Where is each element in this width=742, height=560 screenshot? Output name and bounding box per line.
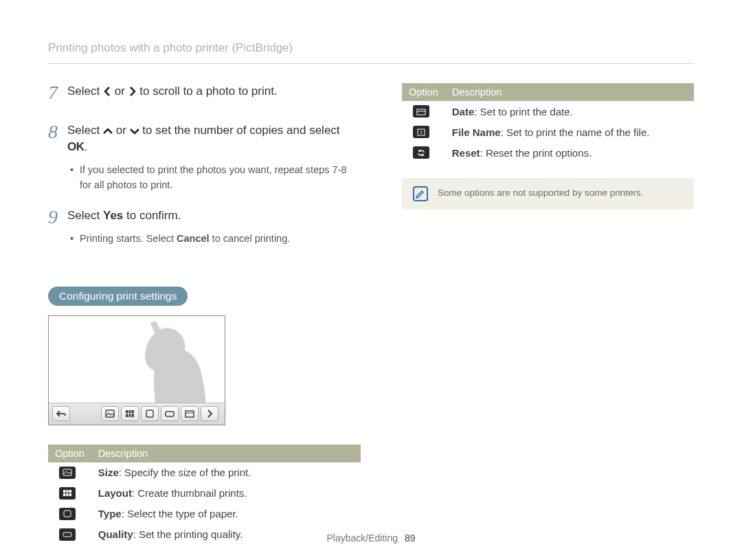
chevron-left-icon bbox=[103, 87, 111, 96]
layout-icon bbox=[59, 487, 76, 500]
quality-icon bbox=[165, 410, 175, 418]
svg-rect-6 bbox=[166, 412, 174, 416]
text: to confirm. bbox=[126, 209, 181, 222]
ok-icon: OK bbox=[67, 140, 85, 153]
text-bold: Yes bbox=[103, 209, 123, 222]
th-option: Option bbox=[48, 445, 91, 462]
chevron-right-icon bbox=[206, 410, 213, 418]
grid-icon bbox=[125, 410, 135, 418]
image-icon bbox=[105, 410, 115, 418]
text: Select bbox=[67, 124, 103, 137]
svg-rect-14 bbox=[64, 511, 71, 517]
page-number: 89 bbox=[405, 533, 416, 544]
text: or bbox=[115, 85, 128, 98]
back-button[interactable] bbox=[52, 406, 70, 421]
divider bbox=[48, 63, 694, 64]
page-footer: Playback/Editing 89 bbox=[0, 533, 742, 544]
left-column: 7 Select or to scroll to a photo to prin… bbox=[48, 83, 361, 545]
step-number: 9 bbox=[48, 208, 67, 246]
step-8-note: If you selected to print the photos you … bbox=[70, 163, 361, 193]
options-table-right: Option Description Date: Set to print th… bbox=[402, 83, 694, 163]
chevron-down-icon bbox=[130, 127, 139, 135]
content-columns: 7 Select or to scroll to a photo to prin… bbox=[48, 83, 694, 545]
right-column: Option Description Date: Set to print th… bbox=[402, 83, 694, 545]
screenshot-toolbar bbox=[49, 403, 225, 425]
table-row: Date: Set to print the date. bbox=[402, 101, 694, 122]
th-description: Description bbox=[91, 445, 361, 462]
svg-rect-7 bbox=[186, 411, 194, 417]
camera-screenshot bbox=[48, 315, 225, 425]
chevron-up-icon bbox=[103, 127, 113, 135]
next-button[interactable] bbox=[201, 406, 218, 421]
calendar-icon bbox=[185, 410, 194, 418]
layout-button[interactable] bbox=[121, 406, 139, 421]
note-box: Some options are not supported by some p… bbox=[402, 178, 694, 210]
svg-rect-5 bbox=[146, 410, 153, 417]
step-9: 9 Select Yes to confirm. Printing starts… bbox=[48, 208, 361, 246]
child-silhouette bbox=[115, 320, 218, 416]
step-number: 8 bbox=[48, 122, 67, 193]
table-row: Reset: Reset the print options. bbox=[402, 142, 694, 163]
reset-icon bbox=[413, 146, 429, 159]
text: to scroll to a photo to print. bbox=[139, 85, 277, 98]
size-button[interactable] bbox=[101, 406, 119, 421]
type-button[interactable] bbox=[141, 406, 159, 421]
table-row: T File Name: Set to print the name of th… bbox=[402, 122, 694, 142]
table-row: Size: Specify the size of the print. bbox=[48, 462, 361, 483]
footer-section: Playback/Editing bbox=[327, 533, 398, 544]
date-button[interactable] bbox=[181, 406, 199, 421]
type-icon bbox=[59, 508, 76, 520]
text: . bbox=[85, 140, 88, 153]
undo-icon bbox=[56, 410, 66, 418]
text: or bbox=[116, 124, 130, 137]
paper-icon bbox=[145, 410, 155, 418]
step-7: 7 Select or to scroll to a photo to prin… bbox=[48, 83, 361, 107]
date-icon bbox=[413, 105, 429, 117]
step-8: 8 Select or to set the number of copies … bbox=[48, 122, 361, 193]
svg-rect-16 bbox=[417, 109, 425, 115]
section-heading-pill: Configuring print settings bbox=[48, 287, 188, 306]
quality-button[interactable] bbox=[161, 406, 179, 421]
options-table-left: Option Description Size: Specify the siz… bbox=[48, 445, 361, 545]
th-description: Description bbox=[445, 83, 694, 101]
breadcrumb: Printing photos with a photo printer (Pi… bbox=[48, 41, 694, 55]
step-9-note: Printing starts. Select Cancel to cancel… bbox=[70, 232, 361, 247]
note-icon bbox=[413, 186, 428, 201]
chevron-right-icon bbox=[128, 87, 137, 96]
text: to set the number of copies and select bbox=[142, 124, 339, 137]
note-text: Some options are not supported by some p… bbox=[438, 186, 643, 198]
table-row: Layout: Create thumbnail prints. bbox=[48, 483, 361, 504]
svg-text:T: T bbox=[420, 131, 423, 135]
step-number: 7 bbox=[48, 83, 67, 107]
th-option: Option bbox=[402, 83, 445, 101]
table-row: Type: Select the type of paper. bbox=[48, 504, 361, 524]
text: Select bbox=[67, 209, 103, 222]
text: Select bbox=[67, 85, 103, 98]
svg-rect-0 bbox=[106, 410, 114, 417]
filename-icon: T bbox=[413, 126, 429, 138]
size-icon bbox=[59, 467, 76, 479]
